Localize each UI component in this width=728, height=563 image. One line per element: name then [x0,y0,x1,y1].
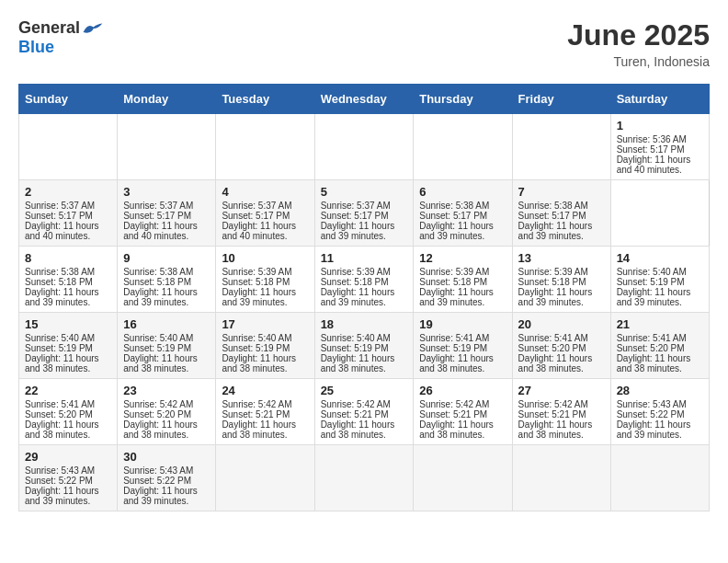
day-number: 28 [617,384,703,397]
calendar-cell: 18Sunrise: 5:40 AMSunset: 5:19 PMDayligh… [314,313,414,379]
calendar-cell: 28Sunrise: 5:43 AMSunset: 5:22 PMDayligh… [610,379,709,445]
day-number: 4 [222,185,308,199]
calendar-header-friday: Friday [512,85,610,114]
page-header: General Blue June 2025 Turen, Indonesia [18,18,710,69]
calendar-cell: 1Sunrise: 5:36 AMSunset: 5:17 PMDaylight… [610,114,709,180]
day-number: 8 [25,251,111,265]
calendar-cell [414,445,512,511]
day-number: 5 [321,185,408,199]
calendar-cell: 5Sunrise: 5:37 AMSunset: 5:17 PMDaylight… [314,180,414,247]
calendar-cell [314,445,414,511]
calendar-cell [512,445,610,511]
calendar-cell [610,445,709,511]
calendar-header-saturday: Saturday [610,85,709,114]
calendar-cell-empty [19,114,118,180]
calendar-header-row: SundayMondayTuesdayWednesdayThursdayFrid… [19,85,710,114]
calendar-header-monday: Monday [118,85,216,114]
day-number: 15 [25,317,111,331]
calendar-cell: 30Sunrise: 5:43 AMSunset: 5:22 PMDayligh… [118,445,216,511]
calendar-week-row: 2Sunrise: 5:37 AMSunset: 5:17 PMDaylight… [19,180,710,247]
day-number: 25 [321,384,408,397]
calendar-cell-empty [314,114,414,180]
calendar-header-sunday: Sunday [19,85,118,114]
calendar-cell: 26Sunrise: 5:42 AMSunset: 5:21 PMDayligh… [414,379,512,445]
calendar-cell: 9Sunrise: 5:38 AMSunset: 5:18 PMDaylight… [118,247,216,313]
day-number: 21 [617,317,703,331]
calendar-cell: 25Sunrise: 5:42 AMSunset: 5:21 PMDayligh… [314,379,414,445]
day-number: 18 [321,317,408,331]
calendar-cell: 8Sunrise: 5:38 AMSunset: 5:18 PMDaylight… [19,247,118,313]
calendar-cell: 29Sunrise: 5:43 AMSunset: 5:22 PMDayligh… [19,445,118,511]
calendar-week-row: 15Sunrise: 5:40 AMSunset: 5:19 PMDayligh… [19,313,710,379]
calendar-cell: 2Sunrise: 5:37 AMSunset: 5:17 PMDaylight… [19,180,118,247]
calendar-cell-empty [118,114,216,180]
day-number: 30 [123,450,210,464]
calendar-week-row: 8Sunrise: 5:38 AMSunset: 5:18 PMDaylight… [19,247,710,313]
day-number: 10 [222,251,308,265]
calendar-cell: 7Sunrise: 5:38 AMSunset: 5:17 PMDaylight… [512,180,610,247]
calendar-cell-empty [512,114,610,180]
calendar-cell [216,445,314,511]
day-number: 9 [123,251,210,265]
calendar-header-thursday: Thursday [414,85,512,114]
day-number: 2 [25,185,111,199]
day-number: 19 [419,317,506,331]
calendar-cell: 23Sunrise: 5:42 AMSunset: 5:20 PMDayligh… [118,379,216,445]
calendar-cell: 13Sunrise: 5:39 AMSunset: 5:18 PMDayligh… [512,247,610,313]
calendar-cell: 15Sunrise: 5:40 AMSunset: 5:19 PMDayligh… [19,313,118,379]
day-number: 27 [518,384,605,397]
day-number: 14 [617,251,703,265]
calendar-cell: 6Sunrise: 5:38 AMSunset: 5:17 PMDaylight… [414,180,512,247]
calendar-cell: 24Sunrise: 5:42 AMSunset: 5:21 PMDayligh… [216,379,314,445]
logo-blue-text: Blue [18,38,54,56]
calendar-week-row: 1Sunrise: 5:36 AMSunset: 5:17 PMDaylight… [19,114,710,180]
day-number: 13 [518,251,605,265]
day-number: 26 [419,384,506,397]
month-title: June 2025 [567,18,710,52]
calendar-cell: 27Sunrise: 5:42 AMSunset: 5:21 PMDayligh… [512,379,610,445]
calendar-cell-empty [414,114,512,180]
calendar-header-wednesday: Wednesday [314,85,414,114]
calendar-cell: 19Sunrise: 5:41 AMSunset: 5:19 PMDayligh… [414,313,512,379]
logo-general-text: General [18,18,80,38]
day-number: 3 [123,185,210,199]
calendar-cell: 4Sunrise: 5:37 AMSunset: 5:17 PMDaylight… [216,180,314,247]
day-number: 17 [222,317,308,331]
calendar-cell: 14Sunrise: 5:40 AMSunset: 5:19 PMDayligh… [610,247,709,313]
day-number: 16 [123,317,210,331]
calendar-cell: 11Sunrise: 5:39 AMSunset: 5:18 PMDayligh… [314,247,414,313]
calendar-cell: 22Sunrise: 5:41 AMSunset: 5:20 PMDayligh… [19,379,118,445]
day-number: 20 [518,317,605,331]
title-block: June 2025 Turen, Indonesia [567,18,710,69]
calendar-cell: 20Sunrise: 5:41 AMSunset: 5:20 PMDayligh… [512,313,610,379]
day-number: 7 [518,185,605,199]
calendar-header-tuesday: Tuesday [216,85,314,114]
calendar-week-row: 22Sunrise: 5:41 AMSunset: 5:20 PMDayligh… [19,379,710,445]
day-number: 23 [123,384,210,397]
day-number: 12 [419,251,506,265]
calendar-cell: 21Sunrise: 5:41 AMSunset: 5:20 PMDayligh… [610,313,709,379]
calendar-table: SundayMondayTuesdayWednesdayThursdayFrid… [18,84,710,511]
calendar-week-row: 29Sunrise: 5:43 AMSunset: 5:22 PMDayligh… [19,445,710,511]
calendar-cell: 16Sunrise: 5:40 AMSunset: 5:19 PMDayligh… [118,313,216,379]
location-subtitle: Turen, Indonesia [567,54,710,69]
calendar-cell: 10Sunrise: 5:39 AMSunset: 5:18 PMDayligh… [216,247,314,313]
calendar-cell-empty [216,114,314,180]
day-number: 11 [321,251,408,265]
logo: General Blue [18,18,104,57]
day-number: 29 [25,450,111,464]
day-number: 22 [25,384,111,397]
calendar-cell: 3Sunrise: 5:37 AMSunset: 5:17 PMDaylight… [118,180,216,247]
calendar-cell: 12Sunrise: 5:39 AMSunset: 5:18 PMDayligh… [414,247,512,313]
day-number: 1 [617,119,703,132]
day-number: 24 [222,384,308,397]
day-number: 6 [419,185,506,199]
calendar-cell: 17Sunrise: 5:40 AMSunset: 5:19 PMDayligh… [216,313,314,379]
logo-bird-icon [82,19,104,38]
